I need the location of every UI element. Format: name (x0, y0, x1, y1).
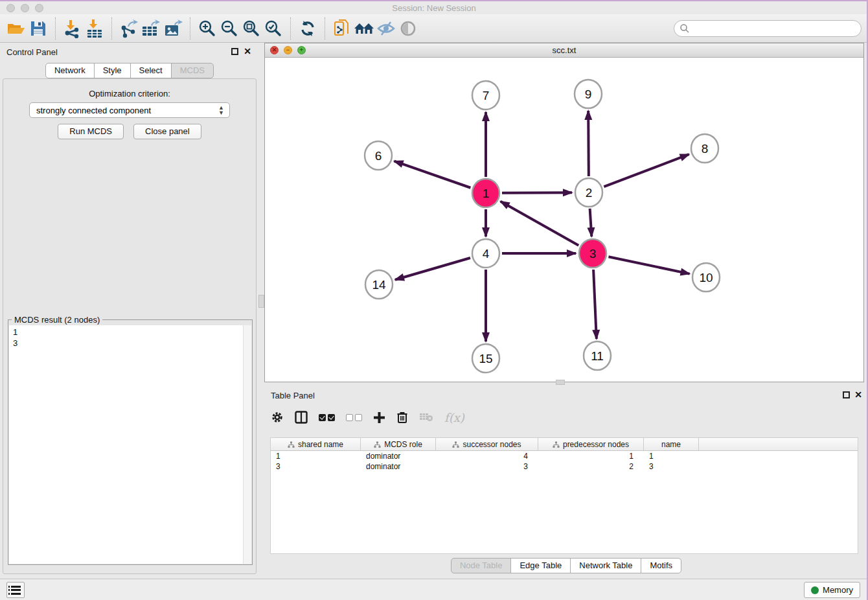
edge-2-3[interactable] (590, 209, 592, 237)
node-14[interactable]: 14 (365, 270, 393, 299)
split-view-icon[interactable] (295, 411, 308, 424)
import-network-icon[interactable] (62, 17, 84, 40)
column-header-shared-name[interactable]: shared name (271, 438, 361, 451)
clone-network-icon[interactable] (331, 17, 353, 40)
mcds-result-list[interactable]: 1 3 (9, 325, 243, 564)
close-table-panel-icon[interactable]: ✕ (854, 390, 862, 399)
node-label: 2 (586, 186, 593, 200)
tab-edge-table[interactable]: Edge Table (510, 558, 571, 573)
node-11[interactable]: 11 (584, 341, 611, 370)
network-canvas[interactable]: 7968124314101511 (265, 58, 863, 382)
tab-node-table[interactable]: Node Table (451, 558, 512, 573)
zoom-fit-icon[interactable] (240, 17, 262, 40)
edge-3-1[interactable] (501, 202, 579, 246)
select-all-columns-icon[interactable] (319, 414, 335, 421)
vertical-splitter[interactable] (259, 43, 264, 579)
node-2[interactable]: 2 (575, 178, 602, 207)
cell-successor-nodes[interactable]: 4 (436, 452, 538, 461)
column-header-MCDS-role[interactable]: MCDS role (361, 438, 436, 451)
tab-network[interactable]: Network (45, 63, 95, 78)
vertical-splitter-handle[interactable] (258, 295, 264, 308)
node-15[interactable]: 15 (472, 344, 499, 373)
node-7[interactable]: 7 (472, 81, 499, 110)
export-network-icon[interactable] (118, 17, 140, 40)
hide-glyph-icon[interactable] (375, 17, 397, 40)
export-image-icon[interactable] (162, 17, 184, 40)
node-label: 6 (375, 149, 382, 163)
run-mcds-button[interactable]: Run MCDS (58, 124, 124, 139)
node-table[interactable]: shared nameMCDS rolesuccessor nodesprede… (270, 437, 858, 554)
delete-column-icon[interactable] (396, 411, 408, 424)
import-table-icon[interactable] (84, 17, 106, 40)
float-panel-icon[interactable] (231, 48, 238, 55)
deselect-all-columns-icon[interactable] (346, 414, 362, 421)
cell-MCDS-role[interactable]: dominator (361, 452, 436, 461)
table-row[interactable]: 1dominator411 (271, 451, 858, 461)
node-label: 9 (585, 87, 592, 101)
node-label: 3 (589, 247, 597, 260)
tab-network-table[interactable]: Network Table (570, 558, 641, 573)
tab-select[interactable]: Select (130, 63, 172, 78)
control-panel-tabs: NetworkStyleSelectMCDS (0, 63, 259, 78)
network-window-titlebar[interactable]: ✕ − + scc.txt (265, 43, 863, 58)
column-header-name[interactable]: name (644, 438, 699, 451)
optimization-criterion-select[interactable]: strongly connected component ▲▼ (29, 102, 230, 118)
memory-button[interactable]: Memory (804, 582, 860, 598)
horizontal-splitter-handle[interactable] (556, 380, 565, 385)
node-1[interactable]: 1 (472, 179, 499, 207)
cell-predecessor-nodes[interactable]: 2 (538, 462, 644, 471)
float-table-panel-icon[interactable] (843, 391, 850, 398)
network-window-title: scc.txt (265, 45, 863, 55)
zoom-in-icon[interactable] (196, 17, 218, 40)
open-session-icon[interactable] (5, 17, 27, 40)
tab-mcds[interactable]: MCDS (171, 63, 214, 78)
edge-2-8[interactable] (604, 154, 689, 187)
home-pages-icon[interactable] (353, 17, 375, 40)
close-panel-button[interactable]: Close panel (133, 124, 201, 139)
node-9[interactable]: 9 (575, 80, 602, 108)
node-10[interactable]: 10 (692, 263, 720, 292)
save-session-icon[interactable] (27, 17, 49, 40)
node-8[interactable]: 8 (691, 134, 718, 163)
cell-shared-name[interactable]: 3 (271, 462, 361, 471)
export-table-icon[interactable] (140, 17, 162, 40)
search-box[interactable] (674, 20, 862, 37)
delete-table-icon-disabled (419, 412, 433, 422)
table-row[interactable]: 3dominator323 (271, 461, 858, 472)
task-history-button[interactable] (6, 582, 25, 598)
cell-predecessor-nodes[interactable]: 1 (538, 452, 644, 461)
edge-1-2[interactable] (502, 192, 572, 193)
column-header-successor-nodes[interactable]: successor nodes (436, 438, 538, 451)
add-column-icon[interactable] (373, 411, 385, 424)
close-panel-icon[interactable]: ✕ (244, 47, 251, 56)
edge-2-9[interactable] (588, 111, 589, 176)
zoom-out-icon[interactable] (218, 17, 240, 40)
node-label: 11 (591, 349, 604, 363)
gray-eye-icon[interactable] (397, 17, 419, 40)
edge-1-6[interactable] (394, 161, 471, 188)
search-input[interactable] (690, 22, 861, 35)
network-graph[interactable]: 7968124314101511 (265, 58, 863, 382)
node-3[interactable]: 3 (579, 239, 606, 268)
cell-name[interactable]: 3 (644, 462, 699, 471)
edge-3-10[interactable] (608, 257, 689, 273)
main-toolbar (0, 14, 868, 43)
settings-gear-icon[interactable] (271, 411, 284, 424)
node-label: 14 (372, 278, 386, 292)
cell-successor-nodes[interactable]: 3 (436, 462, 538, 471)
network-view-window: ✕ − + scc.txt 7968124314101511 (264, 43, 864, 382)
edge-4-14[interactable] (395, 258, 470, 280)
tab-motifs[interactable]: Motifs (641, 558, 681, 573)
zoom-selected-icon[interactable] (262, 17, 284, 40)
column-header-predecessor-nodes[interactable]: predecessor nodes (538, 438, 644, 451)
result-scrollbar[interactable] (243, 325, 251, 564)
edge-3-11[interactable] (593, 270, 597, 339)
cell-MCDS-role[interactable]: dominator (361, 462, 436, 471)
tab-style[interactable]: Style (94, 63, 131, 78)
node-4[interactable]: 4 (472, 239, 499, 268)
refresh-layout-icon[interactable] (297, 17, 319, 40)
cell-shared-name[interactable]: 1 (271, 452, 361, 461)
cell-name[interactable]: 1 (644, 452, 699, 461)
memory-label: Memory (823, 585, 853, 595)
node-6[interactable]: 6 (365, 141, 392, 170)
